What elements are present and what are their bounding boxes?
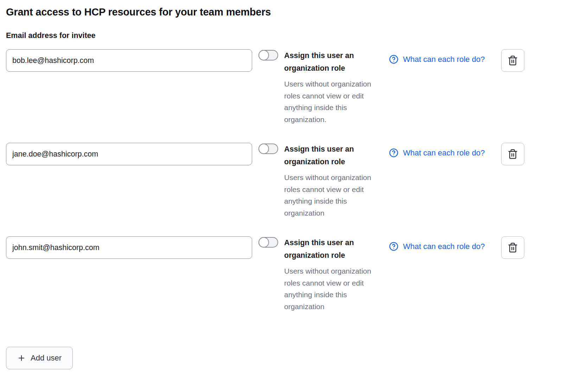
add-user-button[interactable]: Add user: [6, 347, 73, 369]
assign-role-label: Assign this user an organization role: [284, 143, 372, 168]
role-help-link-label: What can each role do?: [403, 55, 485, 64]
delete-invitee-button[interactable]: [501, 49, 524, 72]
invitee-row: Assign this user an organization role Us…: [6, 143, 588, 219]
role-help-link[interactable]: What can each role do?: [389, 55, 485, 64]
role-helper-text: Users without organization roles cannot …: [284, 78, 372, 125]
role-description: Assign this user an organization role Us…: [284, 49, 372, 125]
email-input[interactable]: [6, 236, 252, 259]
email-address-label: Email address for invitee: [6, 31, 588, 40]
role-helper-text: Users without organization roles cannot …: [284, 265, 372, 312]
trash-icon: [507, 55, 518, 66]
role-help-link[interactable]: What can each role do?: [389, 148, 485, 158]
plus-icon: [17, 354, 26, 362]
question-circle-icon: [389, 55, 398, 64]
role-description: Assign this user an organization role Us…: [284, 236, 372, 312]
email-input[interactable]: [6, 143, 252, 165]
invitee-row: Assign this user an organization role Us…: [6, 236, 588, 312]
role-helper-text: Users without organization roles cannot …: [284, 172, 372, 219]
assign-role-toggle[interactable]: [258, 144, 278, 154]
question-circle-icon: [389, 242, 398, 251]
assign-role-toggle[interactable]: [258, 50, 278, 60]
page-title: Grant access to HCP resources for your t…: [6, 6, 588, 18]
delete-invitee-button[interactable]: [501, 143, 524, 165]
add-user-button-label: Add user: [31, 353, 62, 363]
delete-invitee-button[interactable]: [501, 236, 524, 259]
role-description: Assign this user an organization role Us…: [284, 143, 372, 219]
email-input[interactable]: [6, 49, 252, 72]
assign-role-label: Assign this user an organization role: [284, 49, 372, 75]
toggle-knob: [258, 144, 269, 154]
trash-icon: [507, 149, 518, 159]
toggle-knob: [258, 237, 269, 248]
toggle-knob: [258, 50, 269, 60]
assign-role-toggle[interactable]: [258, 237, 278, 248]
question-circle-icon: [389, 148, 398, 158]
role-help-link-label: What can each role do?: [403, 242, 485, 251]
role-help-link[interactable]: What can each role do?: [389, 242, 485, 251]
invitee-row: Assign this user an organization role Us…: [6, 49, 588, 125]
role-help-link-label: What can each role do?: [403, 148, 485, 158]
trash-icon: [507, 242, 518, 253]
assign-role-label: Assign this user an organization role: [284, 236, 372, 262]
